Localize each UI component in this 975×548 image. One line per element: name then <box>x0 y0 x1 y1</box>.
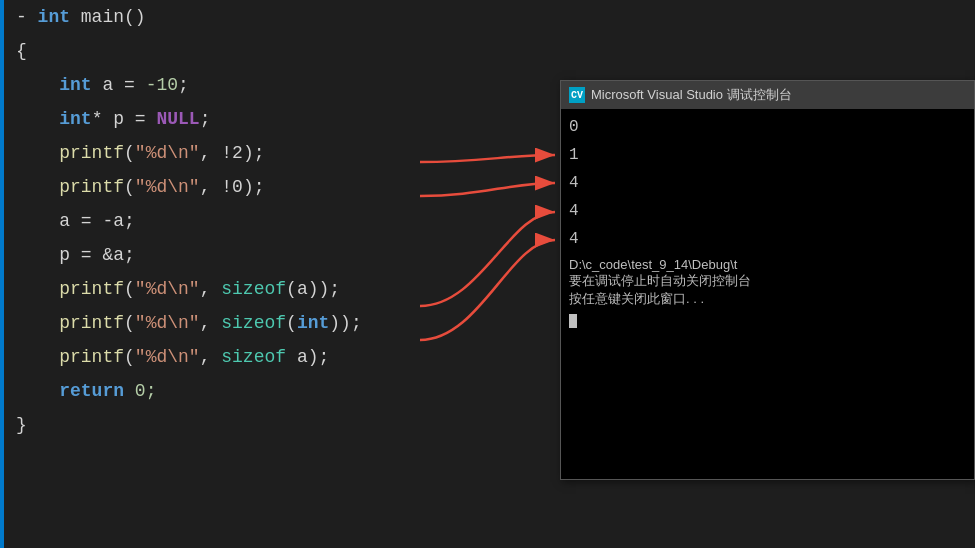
code-line-6: a = -a; <box>8 204 575 238</box>
console-icon: CV <box>569 87 585 103</box>
console-output-line: 4 <box>569 225 966 253</box>
console-footer-line3: 按任意键关闭此窗口. . . <box>569 290 966 308</box>
console-title: Microsoft Visual Studio 调试控制台 <box>591 86 792 104</box>
line-indicator <box>0 0 8 548</box>
line-indicator-bar <box>0 0 4 548</box>
code-line-10: printf("%d\n", sizeof a); <box>8 340 575 374</box>
editor-area: - int main(){ int a = -10; int* p = NULL… <box>0 0 575 548</box>
code-line-5: printf("%d\n", !0); <box>8 170 575 204</box>
console-footer-line2: 要在调试停止时自动关闭控制台 <box>569 272 966 290</box>
code-line-7: p = &a; <box>8 238 575 272</box>
console-output-line: 1 <box>569 141 966 169</box>
console-output-line: 0 <box>569 113 966 141</box>
code-line-11: return 0; <box>8 374 575 408</box>
console-output-line: 4 <box>569 169 966 197</box>
console-body: 01444D:\c_code\test_9_14\Debug\t要在调试停止时自… <box>561 109 974 479</box>
console-output-line: 4 <box>569 197 966 225</box>
code-line-9: printf("%d\n", sizeof(int)); <box>8 306 575 340</box>
code-line-1: { <box>8 34 575 68</box>
console-cursor-line <box>569 312 966 328</box>
console-cursor <box>569 314 577 328</box>
code-line-4: printf("%d\n", !2); <box>8 136 575 170</box>
code-line-0: - int main() <box>8 0 575 34</box>
code-content: - int main(){ int a = -10; int* p = NULL… <box>8 0 575 548</box>
code-line-3: int* p = NULL; <box>8 102 575 136</box>
console-titlebar: CV Microsoft Visual Studio 调试控制台 <box>561 81 974 109</box>
code-line-12: } <box>8 408 575 442</box>
code-line-2: int a = -10; <box>8 68 575 102</box>
console-window: CV Microsoft Visual Studio 调试控制台 01444D:… <box>560 80 975 480</box>
console-footer-line1: D:\c_code\test_9_14\Debug\t <box>569 257 966 272</box>
code-line-8: printf("%d\n", sizeof(a)); <box>8 272 575 306</box>
console-footer: D:\c_code\test_9_14\Debug\t要在调试停止时自动关闭控制… <box>569 257 966 328</box>
